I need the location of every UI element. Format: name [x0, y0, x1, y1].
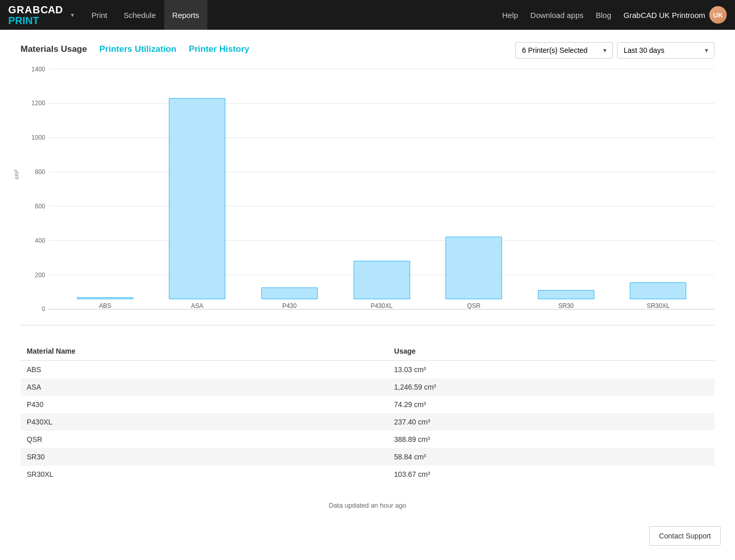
- material-name-cell: ASA: [21, 378, 388, 396]
- y-axis-label: 200: [26, 272, 45, 279]
- footer: Data updated an hour ago: [21, 491, 714, 519]
- brand-grab: GRAB: [8, 4, 41, 15]
- tab-printers-utilization[interactable]: Printers Utilization: [99, 44, 188, 59]
- bar: [77, 297, 133, 299]
- printers-filter-wrapper: 6 Printer(s) Selected: [515, 42, 613, 59]
- chart-inner: 1400120010008006004002000 ABS ASA P430 P…: [49, 69, 714, 325]
- tab-printer-history[interactable]: Printer History: [189, 44, 262, 59]
- nav-download-link[interactable]: Download apps: [530, 11, 583, 20]
- filters-row: 6 Printer(s) Selected Last 30 days Last …: [515, 42, 714, 59]
- chart-y-label: cm³: [13, 170, 20, 179]
- col-usage-header: Usage: [388, 342, 714, 361]
- contact-support-button[interactable]: Contact Support: [649, 526, 721, 532]
- material-name-cell: ABS: [21, 361, 388, 379]
- usage-cell: 1,246.59 cm³: [388, 378, 714, 396]
- bar: [446, 237, 502, 299]
- bar-label: P430XL: [371, 302, 393, 310]
- material-name-cell: SR30: [21, 448, 388, 466]
- table-row: SR30 58.84 cm³: [21, 448, 714, 466]
- bar-label: ASA: [191, 302, 203, 310]
- table-row: ABS 13.03 cm³: [21, 361, 714, 379]
- bar-label: P430: [282, 302, 297, 310]
- bar: [538, 290, 594, 299]
- table-row: ASA 1,246.59 cm³: [21, 378, 714, 396]
- period-filter-wrapper: Last 30 days Last 7 days Last 90 days: [617, 42, 714, 59]
- bar-label: SR30: [558, 302, 574, 310]
- bar-label: ABS: [99, 302, 111, 310]
- brand-dropdown-arrow[interactable]: ▼: [70, 12, 75, 18]
- navbar: GRABCAD PRINT ▼ Print Schedule Reports H…: [0, 0, 735, 30]
- bar-group: ABS: [59, 297, 151, 310]
- bar-group: SR30XL: [612, 282, 704, 310]
- usage-cell: 74.29 cm³: [388, 396, 714, 413]
- period-filter[interactable]: Last 30 days Last 7 days Last 90 days: [617, 42, 714, 59]
- brand-cad: CAD: [41, 4, 63, 15]
- usage-cell: 58.84 cm³: [388, 448, 714, 466]
- x-axis-line: [49, 309, 714, 310]
- avatar: UK: [709, 6, 727, 24]
- nav-user[interactable]: GrabCAD UK Printroom UK: [624, 6, 727, 24]
- bar: [169, 98, 225, 299]
- nav-link-reports[interactable]: Reports: [164, 0, 208, 30]
- printers-filter[interactable]: 6 Printer(s) Selected: [515, 42, 613, 59]
- y-axis-label: 600: [26, 203, 45, 210]
- bar-group: ASA: [151, 98, 244, 310]
- chart-container: cm³ 1400120010008006004002000 ABS ASA P4…: [21, 69, 714, 325]
- bar-group: P430XL: [336, 261, 428, 310]
- nav-link-print[interactable]: Print: [83, 0, 115, 30]
- nav-links: Print Schedule Reports: [83, 0, 207, 30]
- tab-materials-usage[interactable]: Materials Usage: [21, 44, 99, 59]
- table-row: QSR 388.89 cm³: [21, 431, 714, 448]
- bar-label: QSR: [467, 302, 480, 310]
- nav-link-schedule[interactable]: Schedule: [115, 0, 164, 30]
- usage-cell: 388.89 cm³: [388, 431, 714, 448]
- bars-area: ABS ASA P430 P430XL QSR SR30 SR30XL: [49, 69, 714, 310]
- material-name-cell: QSR: [21, 431, 388, 448]
- table-row: SR30XL 103.67 cm³: [21, 466, 714, 483]
- usage-cell: 237.40 cm³: [388, 413, 714, 431]
- y-axis-label: 1000: [26, 134, 45, 141]
- y-axis-label: 1400: [26, 66, 45, 73]
- y-axis-label: 400: [26, 237, 45, 244]
- bar-group: P430: [243, 287, 336, 310]
- bar-label: SR30XL: [647, 302, 670, 310]
- tabs-row: Materials Usage Printers Utilization Pri…: [21, 44, 515, 59]
- table-row: P430XL 237.40 cm³: [21, 413, 714, 431]
- bar: [261, 287, 318, 299]
- nav-blog-link[interactable]: Blog: [596, 11, 611, 20]
- bar: [354, 261, 410, 299]
- usage-cell: 13.03 cm³: [388, 361, 714, 379]
- footer-updated-text: Data updated an hour ago: [328, 501, 406, 509]
- material-name-cell: P430: [21, 396, 388, 413]
- bar-group: SR30: [520, 290, 612, 310]
- y-axis-label: 800: [26, 168, 45, 176]
- y-axis-label: 1200: [26, 100, 45, 107]
- nav-help-link[interactable]: Help: [502, 11, 518, 20]
- material-name-cell: SR30XL: [21, 466, 388, 483]
- brand-print: PRINT: [8, 15, 63, 26]
- main-content: Materials Usage Printers Utilization Pri…: [0, 30, 735, 532]
- nav-username: GrabCAD UK Printroom: [624, 11, 705, 20]
- material-name-cell: P430XL: [21, 413, 388, 431]
- table-row: P430 74.29 cm³: [21, 396, 714, 413]
- usage-cell: 103.67 cm³: [388, 466, 714, 483]
- bar: [630, 282, 686, 299]
- nav-right: Help Download apps Blog GrabCAD UK Print…: [502, 6, 727, 24]
- col-material-header: Material Name: [21, 342, 388, 361]
- data-table: Material Name Usage ABS 13.03 cm³ ASA 1,…: [21, 342, 714, 483]
- bar-group: QSR: [428, 237, 520, 310]
- y-axis-label: 0: [26, 305, 45, 313]
- brand-logo[interactable]: GRABCAD PRINT: [8, 4, 63, 26]
